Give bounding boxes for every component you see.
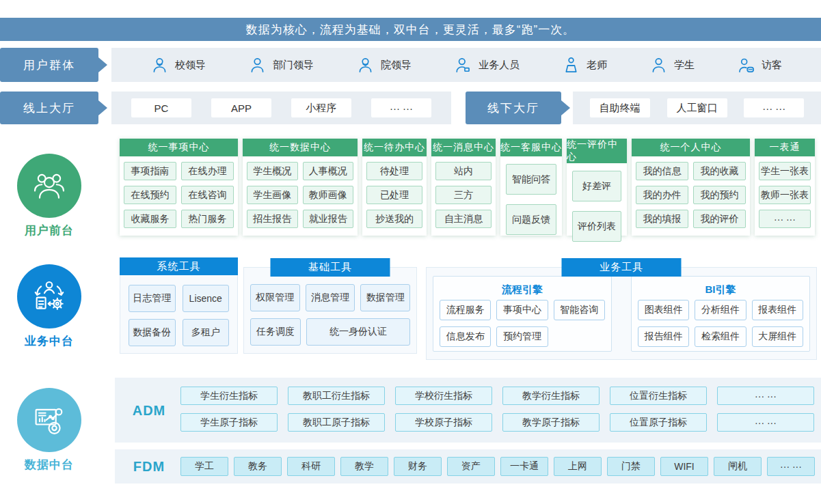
data-platform-side: 数据中台 xyxy=(16,388,82,473)
front-chip: 在线咨询 xyxy=(181,186,234,204)
fdm-source-chip: 一卡通 xyxy=(500,457,548,476)
bi-engine-chip: 报表组件 xyxy=(752,300,803,320)
front-platform-label: 用户前台 xyxy=(16,223,82,238)
business-tools-panel: 业务工具 流程引擎 流程服务事项中心智能咨询 信息发布预约管理 BI引擎 图表组… xyxy=(426,267,817,360)
data-platform-label: 数据中台 xyxy=(16,457,82,473)
college-leader-icon xyxy=(356,56,375,74)
online-channel-chip: APP xyxy=(211,98,271,117)
system-tools-panel: 系统工具 日志管理Lisence数据备份多租户 xyxy=(120,257,238,354)
front-chip: 评价列表 xyxy=(572,211,621,242)
student-icon xyxy=(649,56,668,74)
data-chart-icon xyxy=(17,388,81,452)
basic-tool-chip: 权限管理 xyxy=(250,284,300,311)
column-message-center: 统一消息中心 站内三方自主消息 xyxy=(431,139,496,236)
offline-channel-chip: 人工窗口 xyxy=(667,98,727,117)
adm-indicator-chip: 学校原子指标 xyxy=(395,413,492,432)
offline-channel-chip: ··· ··· xyxy=(744,98,804,117)
column-personal-center: 统一个人中心 我的信息我的收藏我的办件我的预约我的填报我的评价 xyxy=(632,139,750,236)
bi-engine-chip: 报告组件 xyxy=(638,326,689,347)
column-todo-center: 统一待办中心 待处理已处理抄送我的 xyxy=(362,139,427,236)
adm-indicator-chip: 位置原子指标 xyxy=(610,413,707,432)
column-matter-center: 统一事项中心 事项指南在线办理在线预约在线咨询收藏服务热门服务 xyxy=(120,139,238,236)
slogan-banner: 数据为核心，流程为基础，双中台，更灵活，最多“跑”一次。 xyxy=(0,18,821,41)
fdm-source-chip: 科研 xyxy=(287,457,335,476)
visitor-icon xyxy=(737,56,755,74)
column-body: 我的信息我的收藏我的办件我的预约我的填报我的评价 xyxy=(632,156,750,236)
adm-indicator-chip: 教学原子指标 xyxy=(502,413,600,432)
basic-tools-panel: 基础工具 权限管理消息管理数据管理 任务调度统一身份认证 xyxy=(243,267,417,354)
adm-indicator-chip: 学生衍生指标 xyxy=(180,387,278,405)
column-title: 统一事项中心 xyxy=(120,139,238,156)
column-body: 站内三方自主消息 xyxy=(431,156,496,236)
process-engine-chip: 信息发布 xyxy=(440,326,491,347)
adm-indicator-chip: ··· ··· xyxy=(717,387,814,405)
fdm-source-chip: 闸机 xyxy=(714,457,762,476)
front-chip: 收藏服务 xyxy=(124,210,176,228)
bi-engine-panel: BI引擎 图表组件分析组件报表组件 报告组件检索组件大屏组件 xyxy=(631,276,810,352)
adm-indicator-chip: 学校衍生指标 xyxy=(395,387,492,405)
fdm-source-chip: 上网 xyxy=(554,457,602,476)
adm-band: ADM 学生衍生指标教职工衍生指标学校衍生指标教学衍生指标位置衍生指标··· ·… xyxy=(115,378,821,443)
basic-tool-chip: 消息管理 xyxy=(306,284,355,311)
fdm-source-chip: 教务 xyxy=(234,457,282,476)
adm-indicator-chip: 教职工衍生指标 xyxy=(288,387,385,405)
online-hall-band: PCAPP小程序··· ··· xyxy=(111,92,451,124)
column-service-center: 统一客服中心 智能问答问题反馈 xyxy=(500,139,562,236)
column-title: 统一客服中心 xyxy=(500,139,562,156)
front-chip: 事项指南 xyxy=(124,162,176,180)
front-chip: 问题反馈 xyxy=(506,204,556,235)
process-engine-panel: 流程引擎 流程服务事项中心智能咨询 信息发布预约管理 xyxy=(433,276,612,352)
column-body: 学生一张表教师一张表··· ··· xyxy=(755,156,815,236)
adm-indicator-chip: 教学衍生指标 xyxy=(502,387,600,405)
front-chip: 我的评价 xyxy=(693,210,746,228)
adm-indicator-chip: 学生原子指标 xyxy=(180,413,278,432)
user-group-item: 学生 xyxy=(649,56,695,74)
business-platform-label: 业务中台 xyxy=(16,333,82,349)
system-tool-chip: 日志管理 xyxy=(129,285,176,312)
column-evaluation-center: 统一评价中心 好差评评价列表 xyxy=(567,139,627,236)
front-platform-side: 用户前台 xyxy=(16,154,82,238)
user-group-item: 部门领导 xyxy=(248,56,314,74)
process-engine-chip: 智能咨询 xyxy=(554,300,605,320)
user-group-label: 学生 xyxy=(674,59,695,72)
column-body: 事项指南在线办理在线预约在线咨询收藏服务热门服务 xyxy=(120,156,238,236)
online-channel-chip: 小程序 xyxy=(291,98,351,117)
column-title: 一表通 xyxy=(755,139,815,156)
front-chip: 我的预约 xyxy=(693,186,746,204)
column-title: 统一评价中心 xyxy=(567,139,627,163)
column-title: 统一数据中心 xyxy=(243,139,358,156)
online-channel-chip: ··· ··· xyxy=(371,98,431,117)
front-chip: ··· ··· xyxy=(759,210,811,228)
front-chip: 人事概况 xyxy=(303,162,354,180)
adm-rows: 学生衍生指标教职工衍生指标学校衍生指标教学衍生指标位置衍生指标··· ··· 学… xyxy=(180,387,814,432)
online-hall-tag: 线上大厅 xyxy=(0,92,98,124)
user-group-label: 老师 xyxy=(587,59,607,72)
front-chip: 抄送我的 xyxy=(366,210,422,228)
adm-indicator-chip: ··· ··· xyxy=(717,413,814,432)
system-tool-chip: Lisence xyxy=(183,285,230,312)
column-title: 统一个人中心 xyxy=(632,139,750,156)
front-chip: 我的收藏 xyxy=(693,162,746,180)
front-chip: 待处理 xyxy=(366,162,422,180)
bi-engine-chip: 大屏组件 xyxy=(752,326,803,347)
column-title: 统一待办中心 xyxy=(362,139,427,156)
front-chip: 智能问答 xyxy=(506,164,556,195)
front-chip: 招生报告 xyxy=(247,210,298,228)
front-platform-columns: 统一事项中心 事项指南在线办理在线预约在线咨询收藏服务热门服务 统一数据中心 学… xyxy=(120,139,815,236)
fdm-row: 学工教务科研教学财务资产一卡通上网门禁WIFI闸机··· ··· xyxy=(180,457,815,476)
system-tools-title: 系统工具 xyxy=(120,257,238,275)
user-group-label: 校领导 xyxy=(175,59,206,72)
basic-tools-title: 基础工具 xyxy=(271,258,390,277)
process-gear-icon xyxy=(17,264,81,328)
offline-hall-tag: 线下大厅 xyxy=(466,92,561,124)
basic-tools-row1: 权限管理消息管理数据管理 xyxy=(250,284,410,311)
fdm-source-chip: 资产 xyxy=(447,457,495,476)
column-body: 待处理已处理抄送我的 xyxy=(362,156,427,236)
user-group-label: 访客 xyxy=(762,59,782,72)
user-group-label: 业务人员 xyxy=(479,59,520,72)
basic-tools-row2: 任务调度统一身份认证 xyxy=(250,318,410,346)
user-groups-tag: 用户群体 xyxy=(0,48,98,82)
user-group-label: 院领导 xyxy=(381,59,412,72)
fdm-source-chip: 学工 xyxy=(180,457,228,476)
basic-tool-chip: 统一身份认证 xyxy=(306,318,410,346)
